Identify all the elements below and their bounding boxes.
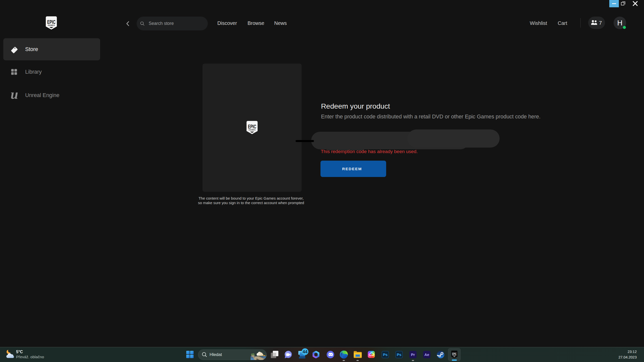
svg-text:GAMES: GAMES — [249, 129, 256, 131]
svg-text:GAMES: GAMES — [48, 24, 55, 26]
svg-text:EPIC: EPIC — [248, 123, 256, 130]
svg-text:44: 44 — [303, 349, 307, 354]
svg-text:EPIC: EPIC — [47, 19, 55, 25]
svg-text:GAMES: GAMES — [452, 355, 456, 356]
